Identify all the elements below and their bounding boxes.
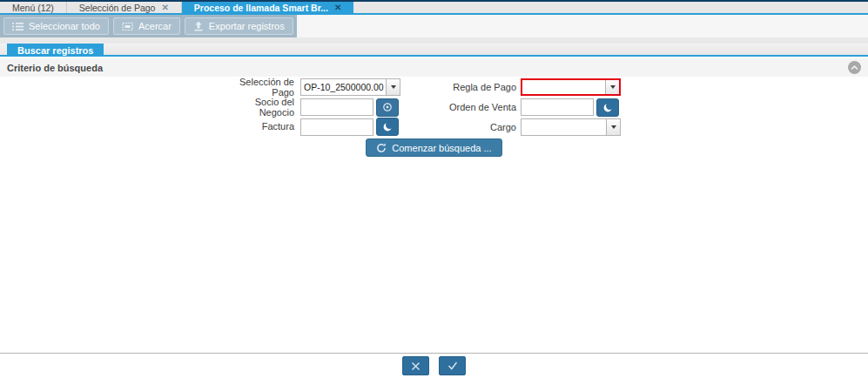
button-label: Comenzar búsqueda ... [392, 143, 491, 153]
business-partner-input[interactable] [300, 98, 373, 116]
refresh-icon [376, 143, 387, 153]
button-label: Seleccionar todo [29, 21, 100, 31]
button-label: Exportar registros [209, 21, 285, 31]
confirm-button[interactable] [439, 356, 466, 375]
button-label: Acercar [138, 21, 172, 31]
find-tab-strip: Buscar registros [0, 44, 868, 57]
app-window: Menú (12) Selección de Pago ✕ Proceso de… [0, 0, 868, 378]
form-row: Factura Cargo [0, 117, 627, 137]
search-criteria-form: Selección de Pago OP-10_2500000.00 Regla… [0, 77, 627, 137]
field-cell [300, 98, 407, 117]
sales-order-search-button[interactable] [596, 98, 619, 117]
search-button-row: Comenzar búsqueda ... [0, 138, 868, 157]
sales-order-input[interactable] [521, 98, 594, 116]
field-label: Orden de Venta [407, 102, 521, 112]
field-cell [300, 118, 407, 136]
tab-label: Proceso de llamada Smart Br... [194, 3, 328, 13]
tab-menu[interactable]: Menú (12) [0, 2, 67, 13]
toolbar: Seleccionar todo Acercar Exportar regist… [0, 15, 297, 37]
field-cell [521, 98, 627, 117]
start-search-button[interactable]: Comenzar búsqueda ... [366, 138, 501, 157]
field-label: Selección de Pago [0, 77, 300, 98]
panel-top-strip [0, 37, 868, 44]
section-title: Criterio de búsqueda [0, 63, 103, 73]
toolbar-row: Seleccionar todo Acercar Exportar regist… [0, 15, 868, 37]
tab-seleccion-de-pago[interactable]: Selección de Pago ✕ [67, 2, 182, 13]
field-cell [521, 118, 627, 136]
payment-selection-combobox[interactable]: OP-10_2500000.00 [300, 78, 400, 96]
tab-buscar-registros[interactable]: Buscar registros [7, 44, 104, 57]
payment-rule-combobox[interactable] [521, 78, 621, 96]
confirm-check-icon [447, 361, 459, 371]
tab-label: Selección de Pago [79, 3, 156, 13]
field-label: Factura [0, 121, 300, 132]
zoom-button[interactable]: Acercar [113, 17, 180, 35]
combobox-value: OP-10_2500000.00 [301, 79, 386, 95]
chevron-up-icon [851, 65, 858, 71]
combobox-value [522, 80, 605, 94]
collapse-toggle-button[interactable] [848, 61, 861, 74]
field-label: Socio del Negocio [0, 97, 300, 118]
cancel-button[interactable] [402, 356, 429, 375]
tab-proceso-smart-browse[interactable]: Proceso de llamada Smart Br... ✕ [182, 2, 353, 13]
close-icon[interactable]: ✕ [161, 3, 168, 12]
combobox-value [521, 119, 606, 135]
business-partner-icon [382, 102, 393, 112]
form-row: Socio del Negocio Orden de Venta [0, 97, 627, 117]
chevron-down-icon[interactable] [606, 119, 620, 135]
chevron-down-icon[interactable] [605, 80, 619, 94]
tab-label: Menú (12) [12, 3, 54, 13]
chevron-down-icon[interactable] [386, 79, 400, 95]
invoice-input[interactable] [300, 118, 373, 136]
field-label: Regla de Pago [407, 82, 521, 92]
tab-label: Buscar registros [17, 45, 93, 56]
export-records-icon [193, 21, 204, 31]
select-all-button[interactable]: Seleccionar todo [3, 17, 109, 35]
footer-divider [0, 353, 868, 354]
cancel-x-icon [410, 361, 421, 372]
form-row: Selección de Pago OP-10_2500000.00 Regla… [0, 77, 627, 97]
zoom-window-icon [122, 22, 133, 31]
export-records-button[interactable]: Exportar registros [185, 17, 293, 35]
close-icon[interactable]: ✕ [334, 3, 341, 12]
invoice-search-button[interactable] [376, 118, 399, 136]
record-search-icon [382, 121, 394, 132]
field-label: Cargo [407, 122, 521, 132]
record-search-icon [602, 102, 614, 113]
select-all-list-icon [12, 22, 24, 31]
footer-actions [0, 356, 868, 375]
charge-combobox[interactable] [521, 118, 621, 136]
criteria-header: Criterio de búsqueda [0, 58, 868, 77]
window-tabbar: Menú (12) Selección de Pago ✕ Proceso de… [0, 0, 868, 15]
field-cell: OP-10_2500000.00 [300, 78, 407, 96]
field-cell [521, 78, 627, 96]
business-partner-lookup-button[interactable] [376, 98, 399, 117]
